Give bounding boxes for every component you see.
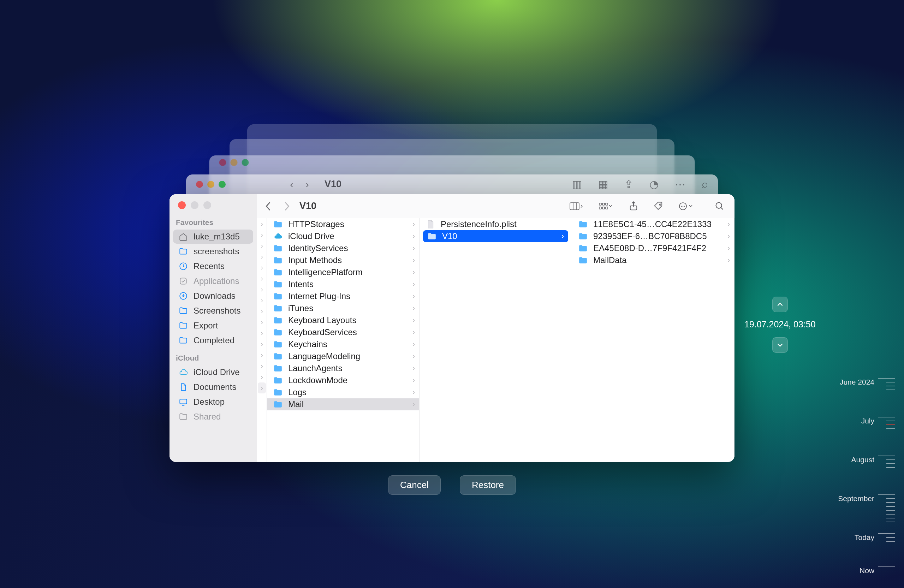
sidebar-section-favourites: Favourites [169, 217, 257, 229]
file-row[interactable]: LanguageModeling› [267, 350, 419, 362]
folder-icon [178, 321, 188, 330]
tm-up-button[interactable] [772, 297, 788, 312]
sidebar-item-documents[interactable]: Documents [173, 380, 253, 394]
chevron-right-icon: › [727, 220, 730, 229]
sidebar-item-label: Documents [193, 382, 236, 392]
folder-icon [273, 352, 283, 361]
time-machine-nav: 19.07.2024, 03:50 [744, 297, 816, 353]
chevron-right-icon: › [727, 256, 730, 265]
file-row[interactable]: Mail› [267, 398, 419, 410]
sidebar-item-desktop[interactable]: Desktop [173, 395, 253, 409]
file-row[interactable]: Input Methods› [267, 254, 419, 266]
sidebar-item-applications[interactable]: Applications [173, 274, 253, 288]
file-row[interactable]: iTunes› [267, 302, 419, 314]
svg-rect-5 [599, 203, 601, 205]
svg-rect-10 [605, 207, 608, 209]
chevron-right-icon: › [727, 244, 730, 253]
file-row[interactable]: PersistenceInfo.plist [419, 218, 572, 230]
group-button[interactable] [595, 197, 616, 215]
chevron-right-icon: › [412, 244, 415, 253]
column-1[interactable]: HTTPStorages›iCloud Drive›IdentityServic… [267, 218, 419, 462]
chevron-right-icon: › [412, 376, 415, 385]
chevron-right-icon: › [727, 232, 730, 241]
sidebar-item-shared[interactable]: Shared [173, 409, 253, 424]
document-icon [425, 220, 436, 229]
tm-down-button[interactable] [772, 337, 788, 353]
sidebar-item-screenshots[interactable]: screenshots [173, 244, 253, 259]
chevron-right-icon: › [412, 232, 415, 241]
share-button[interactable] [626, 197, 641, 215]
search-button[interactable] [712, 197, 727, 215]
file-row[interactable]: KeyboardServices› [267, 326, 419, 338]
traffic-lights [169, 194, 257, 217]
folder-icon [578, 220, 588, 229]
sidebar-item-recents[interactable]: Recents [173, 259, 253, 273]
app-icon [178, 277, 188, 286]
file-row[interactable]: HTTPStorages› [267, 218, 419, 230]
file-row-label: LaunchAgents [288, 364, 342, 373]
back-button[interactable] [259, 197, 278, 215]
svg-rect-6 [602, 203, 605, 205]
view-columns-button[interactable] [566, 197, 586, 215]
file-row-label: MailData [593, 255, 627, 265]
file-row[interactable]: 923953EF-6…BC70F8B8DC5› [572, 230, 734, 242]
svg-rect-8 [599, 207, 601, 209]
file-row[interactable]: MailData› [572, 254, 734, 266]
file-row[interactable]: iCloud Drive› [267, 230, 419, 242]
close-traffic-light[interactable] [178, 201, 186, 209]
sidebar-item-label: screenshots [193, 247, 239, 256]
file-row[interactable]: Keychains› [267, 338, 419, 350]
file-row[interactable]: Keyboard Layouts› [267, 314, 419, 326]
chevron-left-icon: ‹ [290, 179, 294, 190]
file-row[interactable]: LockdownMode› [267, 375, 419, 386]
svg-point-12 [660, 204, 661, 205]
file-row-label: V10 [442, 231, 457, 241]
svg-rect-7 [605, 203, 608, 205]
column-2[interactable]: PersistenceInfo.plistV10› [419, 218, 572, 462]
file-row[interactable]: LaunchAgents› [267, 362, 419, 375]
svg-point-14 [681, 205, 682, 207]
file-row[interactable]: 11E8E5C1-45…CC4E22E1333› [572, 218, 734, 230]
sidebar-item-label: Shared [193, 412, 221, 422]
file-row[interactable]: Internet Plug-Ins› [267, 290, 419, 302]
more-button[interactable] [676, 197, 695, 215]
cancel-button[interactable]: Cancel [388, 475, 441, 495]
tags-button[interactable] [650, 197, 667, 215]
download-icon [178, 291, 188, 300]
folder-icon [273, 280, 283, 289]
file-row[interactable]: Logs› [267, 386, 419, 398]
sidebar-item-label: Desktop [193, 397, 224, 407]
sidebar-item-label: Recents [193, 261, 224, 271]
sidebar-item-export[interactable]: Export [173, 319, 253, 333]
file-row-label: LockdownMode [288, 375, 348, 385]
sidebar-item-downloads[interactable]: Downloads [173, 289, 253, 303]
columns-icon: ▥ [572, 178, 582, 190]
forward-button[interactable] [278, 197, 296, 215]
folder-icon [273, 292, 283, 301]
sidebar-item-screenshots-2[interactable]: Screenshots [173, 304, 253, 318]
file-row-label: EA45E08D-D…7F9F421F4F2 [593, 243, 706, 253]
restore-button[interactable]: Restore [460, 475, 516, 495]
sidebar-item-completed[interactable]: Completed [173, 334, 253, 348]
file-row[interactable]: IntelligencePlatform› [267, 266, 419, 278]
svg-point-17 [716, 202, 722, 208]
file-row[interactable]: IdentityServices› [267, 242, 419, 254]
timeline[interactable]: June 2024 July August September Today No… [831, 378, 895, 575]
sidebar-item-label: Screenshots [193, 306, 240, 316]
minimize-traffic-light[interactable] [191, 201, 198, 209]
folder-icon [273, 220, 283, 229]
sidebar-item-label: Export [193, 321, 218, 330]
sidebar-item-icloud-drive[interactable]: iCloud Drive [173, 365, 253, 379]
folder-icon [273, 388, 283, 397]
column-3[interactable]: 11E8E5C1-45…CC4E22E1333›923953EF-6…BC70F… [572, 218, 735, 462]
file-row[interactable]: V10› [423, 230, 568, 242]
folder-icon [273, 316, 283, 325]
file-row[interactable]: EA45E08D-D…7F9F421F4F2› [572, 242, 734, 254]
sidebar-item-label: Applications [193, 276, 239, 286]
sidebar-item-home[interactable]: luke_m13d5 [173, 229, 253, 244]
file-row-label: Logs [288, 387, 307, 397]
folder-icon [578, 256, 588, 265]
zoom-traffic-light[interactable] [204, 201, 211, 209]
file-row[interactable]: Intents› [267, 278, 419, 290]
folder-icon [273, 364, 283, 373]
